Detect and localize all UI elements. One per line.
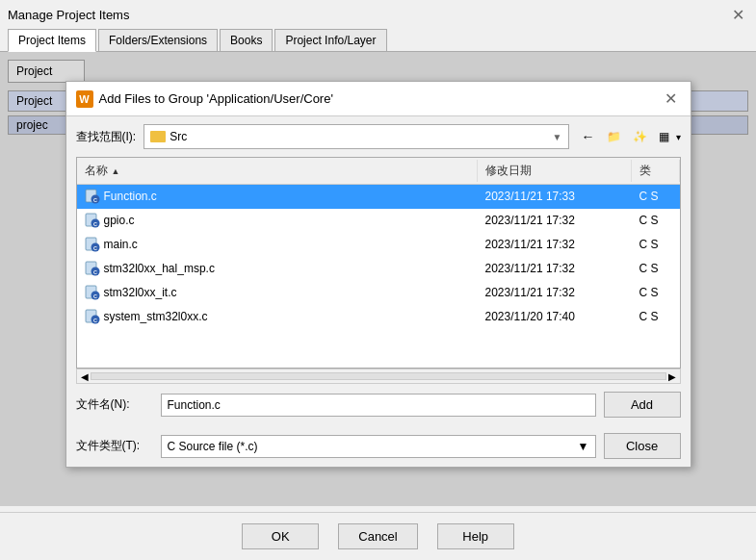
- file-type-cell: C S: [632, 187, 680, 206]
- file-icon: C: [85, 189, 100, 204]
- view-options-button[interactable]: ▦: [654, 125, 674, 148]
- help-button[interactable]: Help: [437, 523, 514, 549]
- col-name[interactable]: 名称 ▲: [77, 160, 478, 182]
- location-label: 查找范围(I):: [76, 129, 137, 145]
- back-button[interactable]: ←: [577, 125, 600, 148]
- file-row[interactable]: C Function.c2023/11/21 17:33C S: [77, 185, 680, 209]
- file-type-cell: C S: [632, 307, 680, 326]
- file-row[interactable]: C stm32l0xx_it.c2023/11/21 17:32C S: [77, 281, 680, 305]
- hscroll-area[interactable]: ◀ ▶: [76, 369, 681, 384]
- col-modified[interactable]: 修改日期: [478, 160, 632, 182]
- file-modified-cell: 2023/11/21 17:32: [478, 235, 632, 254]
- file-type-cell: C S: [632, 259, 680, 278]
- outer-close-button[interactable]: ✕: [728, 6, 748, 24]
- svg-text:C: C: [93, 197, 97, 203]
- file-list-container: 名称 ▲ 修改日期 类: [76, 157, 681, 369]
- add-button[interactable]: Add: [604, 392, 681, 418]
- ok-button[interactable]: OK: [242, 523, 319, 549]
- file-name-cell: C gpio.c: [77, 211, 478, 230]
- file-row[interactable]: C gpio.c2023/11/21 17:32C S: [77, 209, 680, 233]
- modal-title-text: Add Files to Group 'Application/User/Cor…: [99, 91, 333, 106]
- filename-input[interactable]: [161, 394, 596, 417]
- svg-text:C: C: [93, 318, 97, 323]
- file-icon: C: [85, 309, 100, 324]
- view-dropdown-arrow[interactable]: ▾: [676, 132, 681, 142]
- close-button[interactable]: Close: [604, 433, 681, 459]
- svg-text:C: C: [93, 245, 97, 251]
- add-files-dialog: W Add Files to Group 'Application/User/C…: [65, 81, 691, 468]
- outer-titlebar: Manage Project Items ✕: [0, 0, 756, 29]
- modal-titlebar: W Add Files to Group 'Application/User/C…: [66, 82, 691, 116]
- file-type-cell: C S: [632, 235, 680, 254]
- tab-folders-extensions[interactable]: Folders/Extensions: [98, 29, 218, 51]
- svg-text:C: C: [93, 221, 97, 227]
- hscroll-right[interactable]: ▶: [666, 371, 678, 382]
- file-row[interactable]: C stm32l0xx_hal_msp.c2023/11/21 17:32C S: [77, 257, 680, 281]
- hscroll-track[interactable]: [91, 372, 666, 380]
- location-path: Src: [169, 130, 548, 143]
- file-name-cell: C system_stm32l0xx.c: [77, 307, 478, 326]
- file-name-cell: C Function.c: [77, 187, 478, 206]
- tab-project-items[interactable]: Project Items: [8, 29, 96, 52]
- outer-window-title: Manage Project Items: [8, 8, 129, 22]
- outer-window: Manage Project Items ✕ Project Items Fol…: [0, 0, 756, 560]
- filename-row: 文件名(N): Add: [66, 384, 691, 425]
- cancel-button[interactable]: Cancel: [338, 523, 417, 549]
- folder-button[interactable]: 📁: [602, 125, 626, 148]
- filetype-arrow: ▼: [578, 440, 589, 453]
- filetype-row: 文件类型(T): C Source file (*.c) ▼ Close: [66, 425, 691, 467]
- file-type-cell: C S: [632, 283, 680, 302]
- filename-label: 文件名(N):: [76, 396, 153, 413]
- location-select[interactable]: Src ▼: [143, 124, 568, 149]
- hscroll-left[interactable]: ◀: [79, 371, 91, 382]
- file-icon: C: [85, 261, 100, 276]
- filetype-select[interactable]: C Source file (*.c) ▼: [161, 435, 596, 458]
- location-dropdown-arrow: ▼: [553, 132, 562, 142]
- tab-books[interactable]: Books: [220, 29, 273, 51]
- sort-arrow: ▲: [112, 166, 120, 176]
- tabs-row: Project Items Folders/Extensions Books P…: [0, 29, 756, 52]
- file-row[interactable]: C main.c2023/11/21 17:32C S: [77, 233, 680, 257]
- file-name-cell: C stm32l0xx_hal_msp.c: [77, 259, 478, 278]
- col-type[interactable]: 类: [632, 160, 680, 182]
- file-modified-cell: 2023/11/21 17:32: [478, 211, 632, 230]
- file-modified-cell: 2023/11/21 17:32: [478, 259, 632, 278]
- filetype-value: C Source file (*.c): [168, 440, 258, 453]
- modal-overlay: W Add Files to Group 'Application/User/C…: [0, 52, 756, 506]
- svg-text:C: C: [93, 293, 97, 299]
- filetype-label: 文件类型(T):: [76, 438, 153, 454]
- new-folder-button[interactable]: ✨: [628, 125, 652, 148]
- file-name-cell: C stm32l0xx_it.c: [77, 283, 478, 302]
- file-list-header: 名称 ▲ 修改日期 类: [77, 158, 680, 185]
- file-modified-cell: 2023/11/21 17:33: [478, 187, 632, 206]
- file-icon: C: [85, 237, 100, 252]
- file-type-cell: C S: [632, 211, 680, 230]
- modal-close-button[interactable]: ✕: [661, 89, 681, 108]
- file-modified-cell: 2023/11/20 17:40: [478, 307, 632, 326]
- file-modified-cell: 2023/11/21 17:32: [478, 283, 632, 302]
- tab-project-info[interactable]: Project Info/Layer: [274, 29, 386, 51]
- bottom-bar: OK Cancel Help: [0, 512, 756, 560]
- modal-title-icon: W: [76, 90, 93, 108]
- file-icon: C: [85, 285, 100, 300]
- folder-icon: [150, 131, 166, 142]
- file-icon: C: [85, 213, 100, 228]
- file-row[interactable]: C system_stm32l0xx.c2023/11/20 17:40C S: [77, 305, 680, 329]
- modal-title-left: W Add Files to Group 'Application/User/C…: [76, 90, 333, 108]
- location-row: 查找范围(I): Src ▼ ← 📁 ✨: [66, 116, 691, 157]
- content-area: Project Project projec W Add Files to Gr…: [0, 52, 756, 506]
- svg-text:C: C: [93, 269, 97, 275]
- file-name-cell: C main.c: [77, 235, 478, 254]
- file-list-body: C Function.c2023/11/21 17:33C S C gpio.c…: [77, 185, 680, 369]
- toolbar-icons: ← 📁 ✨ ▦ ▾: [577, 125, 681, 148]
